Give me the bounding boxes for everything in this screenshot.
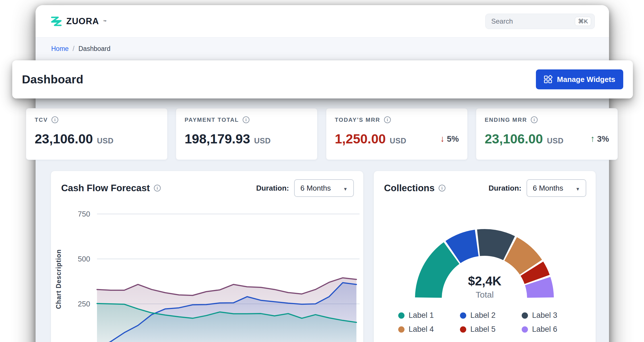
duration-select[interactable]: 6 Months [527,179,586,197]
gauge-total-value: $2,4K [374,274,596,288]
cash-flow-forecast-card: Cash Flow Forecast Duration: 6 Months Ch… [51,171,364,342]
kpi-value: 23,106.00 [485,131,543,147]
duration-label: Duration: [256,184,289,193]
legend-label: Label 2 [470,311,496,320]
legend-row: Label 1Label 2Label 3 [398,311,571,320]
search-input[interactable]: Search ⌘K [485,14,595,29]
kpi-card-tcv: TCV 23,106.00 USD [26,108,168,160]
zuora-logo-icon [50,15,63,28]
legend-item: Label 6 [522,325,571,334]
legend-label: Label 4 [409,325,434,334]
breadcrumb-separator: / [73,45,74,53]
legend-item: Label 3 [522,311,571,320]
legend-dot-icon [460,312,466,319]
gauge-legend: Label 1Label 2Label 3Label 4Label 5Label… [374,311,596,334]
chevron-down-icon [575,184,580,193]
kpi-delta-value: 5% [447,134,459,144]
kpi-label: ENDING MRR [485,117,527,123]
gauge-total-label: Total [374,290,596,300]
kpi-currency: USD [390,137,406,145]
widgets-icon [544,75,552,84]
kpi-value: 23,106.00 [35,131,93,147]
kpi-card-payment-total: PAYMENT TOTAL 198,179.93 USD [176,108,317,160]
kpi-currency: USD [254,137,271,145]
kpi-label: TCV [35,117,48,123]
top-bar: ZUORA™ Search ⌘K [36,5,609,37]
legend-dot-icon [460,326,466,333]
page-title: Dashboard [22,73,83,86]
legend-item: Label 2 [460,311,510,320]
search-placeholder: Search [491,17,513,25]
legend-label: Label 5 [470,325,496,334]
kpi-card-todays-mrr: TODAY’S MRR 1,250.00 USD ↓ 5% [326,108,468,160]
arrow-down-icon: ↓ [440,134,445,144]
legend-label: Label 3 [532,311,558,320]
kpi-card-ending-mrr: ENDING MRR 23,106.00 USD ↑ 3% [476,108,618,160]
kpi-delta: ↓ 5% [440,134,459,144]
legend-dot-icon [522,312,528,319]
arrow-up-icon: ↑ [591,134,595,144]
legend-item: Label 4 [398,325,448,334]
legend-dot-icon [522,326,528,333]
kpi-label: PAYMENT TOTAL [185,117,239,123]
zuora-logo: ZUORA™ [50,15,106,28]
duration-select[interactable]: 6 Months [294,179,354,197]
kpi-currency: USD [547,137,564,145]
svg-text:500: 500 [78,255,90,263]
kpi-delta-value: 3% [597,134,609,144]
duration-value: 6 Months [300,184,331,193]
kpi-currency: USD [97,137,114,145]
legend-label: Label 1 [409,311,434,320]
svg-text:250: 250 [78,300,90,308]
breadcrumb-current: Dashboard [79,45,111,53]
breadcrumb-home-link[interactable]: Home [51,45,69,53]
logo-text: ZUORA [66,16,99,26]
kpi-label: TODAY’S MRR [335,117,380,123]
duration-value: 6 Months [533,184,563,193]
info-icon[interactable] [243,116,249,123]
duration-label: Duration: [488,184,521,193]
manage-widgets-label: Manage Widgets [557,75,615,84]
legend-dot-icon [398,326,404,333]
collections-card: Collections Duration: 6 Months $2,4K Tot… [373,171,596,342]
info-icon[interactable] [154,185,161,191]
legend-dot-icon [398,312,404,319]
breadcrumb: Home / Dashboard [51,45,110,53]
collections-title: Collections [384,183,435,193]
manage-widgets-button[interactable]: Manage Widgets [536,69,623,89]
info-icon[interactable] [439,185,445,191]
kpi-delta: ↑ 3% [591,134,609,144]
legend-item: Label 1 [398,311,448,320]
legend-row: Label 4Label 5Label 6 [398,325,571,334]
svg-text:750: 750 [78,210,90,218]
chevron-down-icon [343,184,348,193]
breadcrumb-bar: Home / Dashboard [36,37,609,60]
legend-label: Label 6 [532,325,558,334]
kpi-value: 198,179.93 [185,131,250,147]
search-shortcut-badge: ⌘K [575,17,591,26]
info-icon[interactable] [531,116,538,123]
info-icon[interactable] [384,116,391,123]
legend-item: Label 5 [460,325,510,334]
kpi-value: 1,250.00 [335,131,386,147]
page-header-band: Dashboard Manage Widgets [12,60,633,98]
info-icon[interactable] [51,116,58,123]
cash-flow-title: Cash Flow Forecast [61,183,150,193]
logo-trademark: ™ [103,19,106,23]
cash-flow-chart: 750 500 250 [51,199,364,342]
